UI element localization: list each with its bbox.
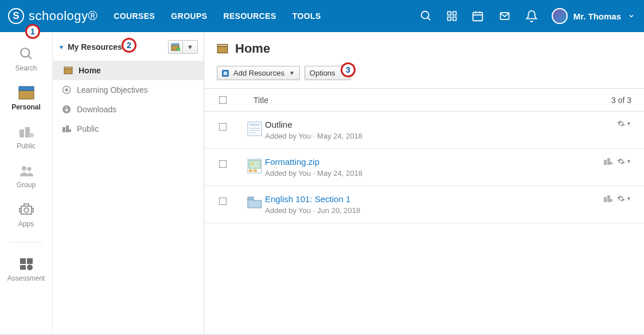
svg-rect-3 [452,12,456,15]
row-checkbox[interactable] [219,123,227,131]
nav-groups[interactable]: GROUPS [171,11,207,21]
svg-point-18 [22,166,26,171]
svg-point-36 [65,89,68,91]
buildings-small-icon [62,125,71,133]
target-icon [62,85,71,94]
sidebar-item-label: Learning Objectives [77,85,148,94]
page-title: Home [235,41,270,56]
svg-rect-25 [20,258,26,264]
rail-search[interactable]: Search [0,42,52,76]
nav-resources[interactable]: RESOURCES [223,11,276,21]
collection-menu-button[interactable]: ▼ [183,40,198,54]
annotation-2: 2 [122,38,136,53]
add-collection-button[interactable]: + [168,40,183,54]
puzzle-icon [19,256,34,272]
user-menu[interactable]: Mr. Thomas [552,8,636,24]
avatar-icon [552,8,568,24]
svg-point-40 [69,129,72,132]
people-icon [18,163,34,179]
primary-nav: COURSES GROUPS RESOURCES TOOLS [114,11,321,21]
sidebar-title[interactable]: ▼ My Resources [58,42,122,52]
svg-rect-41 [217,46,228,53]
table-row: Formatting.zip Added by You · May 24, 20… [204,149,644,186]
svg-text:+: + [178,48,179,51]
rail-assessment[interactable]: Assessment [0,253,52,286]
nav-tools[interactable]: TOOLS [292,11,321,21]
apps-grid-icon[interactable] [446,10,458,22]
svg-rect-53 [604,160,607,165]
resource-mini-icon [222,70,229,77]
row-title[interactable]: Outline [265,120,617,129]
svg-rect-39 [66,125,69,132]
brand[interactable]: S schoology® [8,8,97,24]
share-icon[interactable] [603,194,612,203]
table-row: English 101: Section 1 Added by You · Ju… [204,186,644,223]
column-title: Title [244,96,611,105]
svg-rect-14 [19,86,34,90]
rail-group[interactable]: Group [0,159,52,192]
row-checkbox[interactable] [219,198,227,206]
row-title[interactable]: English 101: Section 1 [265,194,603,204]
select-all-checkbox[interactable] [219,96,227,104]
caret-down-icon: ▼ [626,121,631,127]
toolbar: Add Resources ▼ Options ▼ 3 [204,59,644,89]
sidebar-item-label: Home [79,66,101,75]
svg-rect-5 [452,17,456,21]
svg-rect-22 [19,208,21,212]
svg-point-21 [24,208,29,212]
rail-apps[interactable]: Apps [0,198,52,231]
row-meta: Added by You · Jun 20, 2018 [265,206,603,215]
svg-rect-38 [63,127,65,132]
nav-courses[interactable]: COURSES [114,11,155,21]
web-package-icon [244,157,265,174]
magnifier-icon [19,46,34,62]
row-settings-button[interactable]: ▼ [617,157,631,165]
rail-personal[interactable]: Personal [0,81,52,115]
svg-rect-16 [25,127,30,137]
row-meta: Added by You · May 24, 2018 [265,132,617,140]
sidebar-item-label: Downloads [77,105,116,114]
row-title[interactable]: Formatting.zip [265,157,603,167]
rail-public[interactable]: Public [0,120,52,153]
svg-rect-57 [604,197,607,202]
sidebar-item-learning-objectives[interactable]: Learning Objectives [53,80,204,100]
buildings-icon [18,124,34,140]
messages-icon[interactable] [498,10,512,22]
notifications-icon[interactable] [525,10,538,22]
svg-point-0 [421,11,428,19]
row-settings-button[interactable]: ▼ [617,195,631,203]
add-resources-button[interactable]: Add Resources ▼ [217,66,300,80]
svg-rect-51 [249,170,252,172]
row-checkbox[interactable] [219,160,227,168]
annotation-1: 1 [25,24,40,39]
page-header: Home [204,32,644,59]
row-settings-button[interactable]: ▼ [617,120,631,128]
svg-rect-6 [473,13,482,21]
svg-point-11 [21,48,29,57]
folder-box-icon [64,66,73,74]
share-icon[interactable] [603,157,612,166]
table-row: Outline Added by You · May 24, 2018 ▼ [204,112,644,149]
sidebar-item-public[interactable]: Public [53,119,204,139]
page-doc-icon [244,120,265,137]
svg-rect-49 [249,160,260,168]
svg-line-12 [28,56,31,58]
sidebar-item-home[interactable]: Home [53,61,204,80]
svg-rect-27 [20,265,26,270]
svg-rect-58 [607,195,610,202]
sidebar: ▼ My Resources + ▼ 2 Home [53,32,204,334]
svg-point-28 [27,265,33,270]
svg-rect-24 [24,204,29,206]
sidebar-item-downloads[interactable]: Downloads [53,100,204,119]
svg-rect-13 [19,90,34,99]
search-icon[interactable] [420,10,432,22]
camera-icon [19,202,34,218]
calendar-icon[interactable] [471,10,484,22]
row-meta: Added by You · May 24, 2018 [265,169,603,178]
svg-point-50 [251,163,253,165]
svg-rect-34 [64,67,72,69]
svg-rect-54 [607,158,610,165]
svg-rect-44 [249,124,260,126]
svg-point-59 [610,199,613,202]
svg-line-1 [427,18,430,21]
